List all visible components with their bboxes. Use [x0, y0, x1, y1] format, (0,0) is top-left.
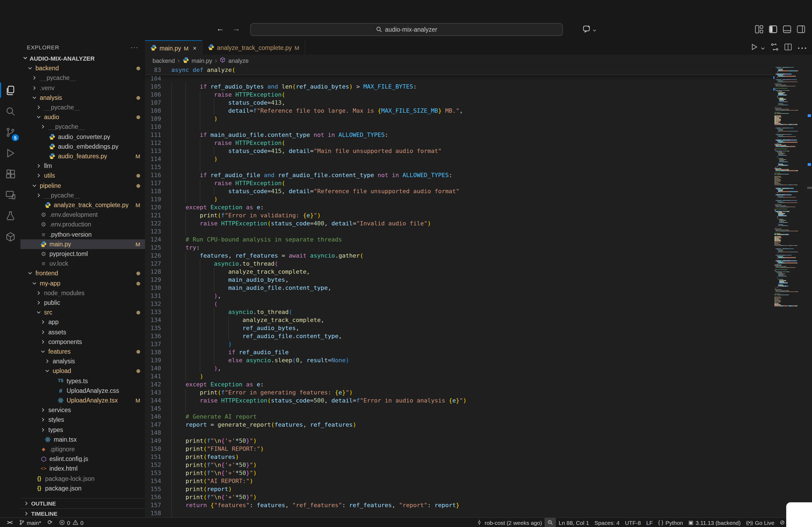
- tree-file-.python-version[interactable]: ≡.python-version: [20, 229, 145, 239]
- activity-item-extensions[interactable]: [0, 164, 20, 184]
- toggle-secondary-sidebar-icon[interactable]: [796, 25, 806, 36]
- tree-file-types.ts[interactable]: TStypes.ts: [20, 376, 145, 386]
- copilot-chat-button[interactable]: [583, 25, 597, 35]
- toggle-panel-icon[interactable]: [782, 25, 792, 36]
- tree-file-package-lock.json[interactable]: {}package-lock.json: [20, 473, 145, 483]
- tree-folder-llm[interactable]: llm: [20, 161, 145, 171]
- history-back-button[interactable]: ←: [215, 24, 226, 33]
- tree-folder-__pycache__[interactable]: __pycache__: [20, 122, 145, 132]
- tree-root-folder[interactable]: AUDIO-MIX-ANALYZER: [20, 54, 145, 63]
- git-modified-dot: [136, 65, 140, 72]
- run-dropdown-icon[interactable]: [760, 43, 765, 53]
- status-0[interactable]: 00: [56, 518, 86, 527]
- tree-file-index.html[interactable]: <>index.html: [20, 464, 145, 473]
- code-line: 138 if ref_audio_file: [145, 348, 773, 356]
- tree-file-uv.lock[interactable]: ≡uv.lock: [20, 259, 145, 268]
- activity-item-testing[interactable]: [0, 206, 20, 226]
- more-actions-icon[interactable]: ···: [798, 43, 808, 53]
- tree-folder-__pycache__[interactable]: __pycache__: [20, 103, 145, 112]
- tab-analyze_track_complete.py[interactable]: analyze_track_complete.pyM: [202, 40, 305, 55]
- tree-file-analyze_track_complete.py[interactable]: analyze_track_complete.pyM: [20, 200, 145, 210]
- tree-folder-backend[interactable]: backend: [20, 63, 145, 73]
- status-zoom[interactable]: [545, 518, 556, 527]
- indent-guide: [186, 91, 186, 99]
- status-lf[interactable]: LF: [644, 518, 656, 527]
- tree-folder-node_modules[interactable]: node_modules: [20, 288, 145, 298]
- compare-changes-icon[interactable]: [771, 43, 779, 53]
- status-main-[interactable]: main*: [16, 518, 44, 527]
- tree-folder-features[interactable]: features: [20, 347, 145, 356]
- section-outline[interactable]: OUTLINE: [20, 498, 145, 509]
- tree-file-.gitignore[interactable]: ◆.gitignore: [20, 445, 145, 454]
- tree-item-label: __pycache__: [40, 75, 76, 81]
- indent-guide: [171, 268, 172, 276]
- titlebar: ← → audio-mix-analyzer: [0, 0, 812, 41]
- tree-folder-__pycache__[interactable]: __pycache__: [20, 73, 145, 83]
- breadcrumb-item[interactable]: analyze: [228, 57, 249, 64]
- tree-folder-components[interactable]: components: [20, 337, 145, 347]
- tree-file-UploadAnalyze.tsx[interactable]: UploadAnalyze.tsxM: [20, 395, 145, 405]
- tree-file-main.tsx[interactable]: main.tsx: [20, 435, 145, 445]
- tree-folder-pipeline[interactable]: pipeline: [20, 181, 145, 190]
- run-python-file-icon[interactable]: [750, 43, 758, 53]
- activity-item-explorer[interactable]: [0, 80, 20, 100]
- split-editor-icon[interactable]: [784, 43, 792, 53]
- tree-file-pyproject.toml[interactable]: ⚙pyproject.toml: [20, 249, 145, 259]
- tree-file-audio_embeddings.py[interactable]: audio_embeddings.py: [20, 142, 145, 151]
- section-timeline[interactable]: TIMELINE: [20, 508, 145, 518]
- tree-file-main.py[interactable]: main.pyM: [20, 239, 145, 249]
- tree-folder-src[interactable]: src: [20, 307, 145, 317]
- status-rob-cost-2-weeks-ago-[interactable]: rob-cost (2 weeks ago): [474, 518, 545, 527]
- activity-item-remote-explorer[interactable]: [0, 185, 20, 205]
- sticky-scroll-line[interactable]: 83async def analyze(: [145, 66, 773, 75]
- tree-folder-__pycache__[interactable]: __pycache__: [20, 191, 145, 200]
- toggle-primary-sidebar-icon[interactable]: [768, 25, 778, 36]
- tree-folder-styles[interactable]: styles: [20, 415, 145, 425]
- status-go-live[interactable]: ((•))Go Live: [743, 518, 777, 527]
- code-area[interactable]: 104105 if ref_audio_bytes and len(ref_au…: [145, 75, 773, 517]
- tree-folder-analysis[interactable]: analysis: [20, 93, 145, 103]
- breadcrumb-item[interactable]: main.py: [191, 57, 212, 64]
- history-forward-button[interactable]: →: [231, 24, 242, 33]
- status-spaces-4[interactable]: Spaces: 4: [592, 518, 622, 527]
- breadcrumb-item[interactable]: backend: [153, 57, 175, 64]
- tree-file-UploadAnalyze.css[interactable]: #UploadAnalyze.css: [20, 386, 145, 395]
- tree-folder-types[interactable]: types: [20, 425, 145, 434]
- tree-folder-frontend[interactable]: frontend: [20, 269, 145, 278]
- status-3-11-13-backend-[interactable]: ▣3.11.13 (backend): [686, 518, 743, 527]
- close-icon[interactable]: ×: [193, 44, 197, 52]
- status-sync[interactable]: ⟳: [45, 518, 55, 527]
- overview-ruler[interactable]: [807, 66, 812, 517]
- tree-folder-analysis[interactable]: analysis: [20, 356, 145, 366]
- activity-item-run-debug[interactable]: [0, 143, 20, 163]
- tree-folder-.venv[interactable]: .venv: [20, 83, 145, 93]
- tab-label: main.py: [160, 45, 181, 51]
- status-ln-88-col-1[interactable]: Ln 88, Col 1: [556, 518, 592, 527]
- tree-file-.env.development[interactable]: ⚙.env.development: [20, 210, 145, 220]
- line-number: 119: [145, 195, 161, 204]
- activity-item-source-control[interactable]: 5: [0, 122, 20, 142]
- tree-file-audio_converter.py[interactable]: audio_converter.py: [20, 132, 145, 141]
- tree-folder-public[interactable]: public: [20, 298, 145, 307]
- tree-folder-assets[interactable]: assets: [20, 327, 145, 337]
- customize-layout-icon[interactable]: [755, 25, 764, 36]
- tree-folder-my-app[interactable]: my-app: [20, 278, 145, 288]
- tab-main.py[interactable]: main.pyM×: [145, 40, 202, 55]
- status-python[interactable]: { }Python: [655, 518, 685, 527]
- tree-file-audio_features.py[interactable]: audio_features.pyM: [20, 151, 145, 161]
- tree-file-.env.production[interactable]: ⚙.env.production: [20, 220, 145, 229]
- tree-folder-utils[interactable]: utils: [20, 171, 145, 181]
- tree-file-eslint.config.js[interactable]: eslint.config.js: [20, 454, 145, 464]
- tree-folder-audio[interactable]: audio: [20, 112, 145, 122]
- tree-folder-app[interactable]: app: [20, 317, 145, 327]
- tree-file-package.json[interactable]: {}package.json: [20, 483, 145, 493]
- explorer-more-actions-icon[interactable]: ···: [130, 43, 139, 51]
- tree-folder-services[interactable]: services: [20, 405, 145, 415]
- tree-folder-upload[interactable]: upload: [20, 366, 145, 376]
- minimap[interactable]: [773, 66, 807, 517]
- status-remote[interactable]: ><: [4, 518, 15, 527]
- status-utf-8[interactable]: UTF-8: [622, 518, 644, 527]
- command-center-search[interactable]: audio-mix-analyzer: [250, 23, 563, 36]
- activity-item-containers[interactable]: [0, 226, 20, 247]
- activity-item-search[interactable]: [0, 101, 20, 121]
